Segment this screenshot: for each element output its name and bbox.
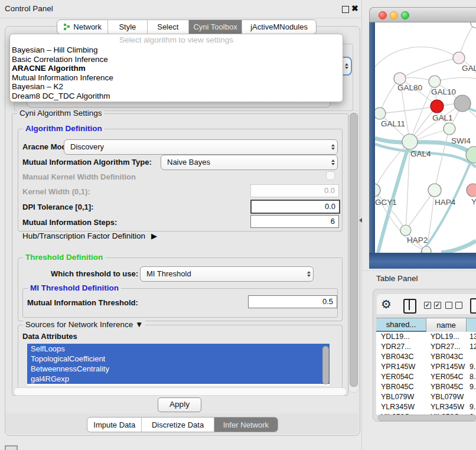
list-item[interactable]: SelfLoops [27,344,330,354]
gear-icon[interactable]: ⚙ [381,297,392,311]
file-icon[interactable] [470,298,476,314]
table-row[interactable]: YBL079WYBL079W [376,392,476,402]
combo-spinner[interactable] [331,144,335,150]
mi-steps-field[interactable]: 6 [250,215,339,228]
list-item[interactable]: gal4RGexp [27,374,330,384]
column-header-name[interactable]: name [426,318,467,332]
combo-spinner[interactable] [307,271,311,277]
table-row[interactable]: YER054CYER054C8. [376,372,476,382]
which-threshold-label: Which threshold to use: [51,269,138,278]
dropdown-item[interactable]: Bayesian – Hill Climbing [10,45,343,55]
node-swi4[interactable] [444,123,455,135]
columns-icon[interactable] [403,299,416,314]
which-threshold-combo[interactable]: MI Threshold [140,266,314,282]
node-gal11[interactable] [375,107,386,119]
hub-definition-toggle[interactable]: Hub/Transcription Factor Definition▶ [22,231,157,240]
svg-text:GAL4: GAL4 [410,149,431,158]
close-traffic-light[interactable] [379,11,387,19]
table-body: YDL19...YDL19...13 YDR27...YDR27...12 YB… [376,332,476,415]
mi-threshold-label: Mutual Information Threshold: [27,298,138,307]
dpi-tolerance-label: DPI Tolerance [0,1]: [22,203,93,211]
minimize-traffic-light[interactable] [390,11,398,19]
table-panel-title: Table Panel [376,274,418,283]
tab-style[interactable]: Style [107,20,146,34]
collapse-arrow-icon: ▼ [135,320,143,329]
control-panel-tabbar: Network Style Select Cyni Toolbox jActiv… [57,19,317,34]
list-item[interactable]: BetweennessCentrality [27,364,330,374]
mi-type-label: Mutual Information Algorithm Type: [22,158,152,167]
kernel-width-field[interactable]: 0.0 [250,184,339,197]
checkbox-checked-icon[interactable] [434,302,441,309]
table-row[interactable]: YBR045CYBR045C9. [376,382,476,392]
tab-network[interactable]: Network [57,20,107,34]
dpi-tolerance-field[interactable]: 0.0 [250,200,340,214]
settings-hscrollbar-track[interactable] [14,387,347,396]
node-gal1-red[interactable] [431,100,444,113]
column-header-shared[interactable]: shared... [376,318,426,332]
node-hap2[interactable] [400,225,411,236]
tab-jactivemnodules[interactable]: jActiveMNodules [242,20,316,34]
node-gal80[interactable] [394,73,406,84]
dropdown-item[interactable]: Bayesian – K2 [10,82,343,92]
splitter-collapse-icon[interactable] [359,218,362,223]
svg-text:SWI4: SWI4 [451,136,471,145]
kernel-width-label: Kernel Width (0,1): [22,187,90,196]
table-row[interactable]: YDL19...YDL19...13 [376,332,476,342]
close-icon[interactable]: ✖ [351,4,358,13]
apply-button[interactable]: Apply [158,397,201,412]
table-row[interactable]: YDR27...YDR27...12 [376,342,476,352]
tab-select[interactable]: Select [147,20,188,34]
node-gal10[interactable] [429,76,441,87]
checkbox-unchecked-icon[interactable] [455,302,462,309]
float-window-icon[interactable] [342,6,349,13]
node-bottom[interactable] [422,246,431,253]
mi-steps-label: Mutual Information Steps: [22,218,117,227]
settings-scrollbar-thumb[interactable] [350,113,358,387]
svg-text:Y: Y [471,197,476,206]
algorithm-dropdown-popup: Select algorithm to view settings Bayesi… [9,34,343,102]
manual-kernel-checkbox[interactable] [326,171,335,180]
table-hscrollbar-thumb[interactable] [378,415,476,421]
combo-spinner[interactable] [331,159,335,165]
dropdown-item[interactable]: Mutual Information Inference [10,73,343,83]
dropdown-item[interactable]: Dream8 DC_TDC Algorithm [10,92,343,101]
network-view-canvas[interactable]: GAL GAL80 GAL10 GAL1 GAL11 SWI4 GAL4 GCY… [375,22,476,253]
tab-infer-network[interactable]: Infer Network [214,418,278,432]
mi-threshold-field[interactable]: 0.5 [248,295,337,308]
sources-title[interactable]: Sources for Network Inference ▼ [23,320,145,329]
tab-cyni-toolbox[interactable]: Cyni Toolbox [188,20,242,34]
node-gcy1[interactable] [375,184,380,197]
checkbox-unchecked-icon[interactable] [445,302,452,309]
network-window-frame-left [369,22,375,253]
node-gal4[interactable] [402,134,418,149]
aracne-mode-combo[interactable]: Discovery [64,139,338,155]
table-row[interactable]: YPR145WYPR145W9. [376,362,476,372]
bottom-tabbar: Impute Data Discretize Data Infer Networ… [87,417,278,432]
node-salmon[interactable] [467,184,476,197]
collapsed-panel-icon[interactable] [5,445,18,450]
node-hap4[interactable] [428,184,441,197]
list-item[interactable]: TopologicalCoefficient [27,354,330,364]
mi-type-combo[interactable]: Naive Bayes [161,155,338,170]
table-panel-divider [362,270,476,271]
dropdown-item-highlighted[interactable]: ARACNE Algorithm [10,64,343,73]
network-svg: GAL GAL80 GAL10 GAL1 GAL11 SWI4 GAL4 GCY… [375,22,476,253]
table-row[interactable]: YLR345WYLR345W9. [376,402,476,412]
node-pink[interactable] [453,52,465,64]
table-row[interactable]: YBR043CYBR043C [376,352,476,362]
zoom-traffic-light[interactable] [401,11,409,19]
checkbox-checked-icon[interactable] [424,302,431,309]
column-header-partial[interactable] [467,318,476,332]
combo-spinner[interactable] [345,63,348,69]
network-window-frame-bottom [369,253,476,269]
algorithm-definition-title: Algorithm Definition [23,124,105,133]
attributes-scrollbar-thumb[interactable] [322,346,329,384]
manual-kernel-label: Manual Kernel Width Definition [22,172,136,181]
node-partial[interactable] [471,22,476,28]
tab-impute-data[interactable]: Impute Data [87,418,141,432]
table-header-row: shared... name [376,318,476,332]
dropdown-item[interactable]: Basic Correlation Inference [10,55,343,64]
node-gray[interactable] [454,95,471,112]
tab-discretize-data[interactable]: Discretize Data [141,418,213,432]
svg-text:GAL80: GAL80 [397,83,422,92]
